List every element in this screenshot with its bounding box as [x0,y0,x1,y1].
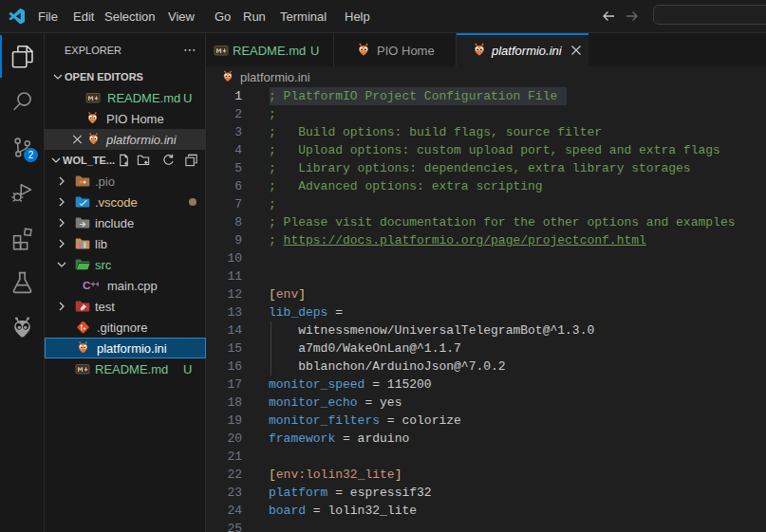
svg-text:++: ++ [91,280,100,289]
